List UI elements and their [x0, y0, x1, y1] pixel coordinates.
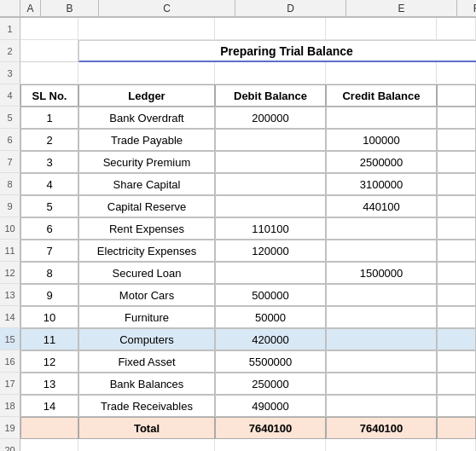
- row-num-13: 13: [0, 284, 20, 306]
- cell-credit-4: 3100000: [326, 173, 437, 195]
- col-header-e: E: [346, 0, 457, 17]
- row-num-10: 10: [0, 217, 20, 240]
- corner-cell: [0, 0, 20, 17]
- cell-f-12: [437, 350, 476, 373]
- cell-ledger-5: Capital Reserve: [78, 195, 215, 217]
- cell-ledger-6: Rent Expenses: [78, 217, 215, 240]
- col-header-d: D: [235, 0, 346, 17]
- r20-c: [78, 439, 215, 451]
- cell-credit-2: 100000: [326, 129, 437, 151]
- row-num-12: 12: [0, 262, 20, 284]
- data-row-2: 2 Trade Payable 100000: [20, 129, 476, 151]
- cell-credit-11: [326, 328, 437, 350]
- cell-sl-1: 1: [20, 107, 78, 129]
- row-2: Preparing Trial Balance: [20, 40, 476, 62]
- cell-ledger-11: Computers: [78, 328, 215, 350]
- data-row-12: 12 Fixed Asset 5500000: [20, 350, 476, 373]
- cell-f-13: [437, 373, 476, 395]
- cell-ledger-3: Security Premium: [78, 151, 215, 173]
- cell-ledger-4: Share Capital: [78, 173, 215, 195]
- total-label: Total: [78, 417, 215, 439]
- cell-credit-5: 440100: [326, 195, 437, 217]
- cell-ledger-13: Bank Balances: [78, 373, 215, 395]
- cell-ledger-2: Trade Payable: [78, 129, 215, 151]
- cell-ledger-9: Motor Cars: [78, 284, 215, 306]
- cell-f-14: [437, 395, 476, 417]
- row-num-11: 11: [0, 240, 20, 262]
- cell-ledger-8: Secured Loan: [78, 262, 215, 284]
- cell-f-10: [437, 306, 476, 328]
- cell-debit-14: 490000: [215, 395, 326, 417]
- row-num-16: 16: [0, 350, 20, 373]
- row-num-17: 17: [0, 373, 20, 395]
- cell-sl-6: 6: [20, 217, 78, 240]
- r20-d: [215, 439, 326, 451]
- total-f: [437, 417, 476, 439]
- cell-f-1: [437, 107, 476, 129]
- cell-credit-7: [326, 240, 437, 262]
- row-num-15: 15: [0, 328, 20, 350]
- header-f: [437, 84, 476, 107]
- cell-debit-8: [215, 262, 326, 284]
- cell-f-8: [437, 262, 476, 284]
- data-rows: 1 Bank Overdraft 200000 2 Trade Payable …: [20, 107, 476, 417]
- cell-f-3: [437, 151, 476, 173]
- cell-debit-10: 50000: [215, 306, 326, 328]
- cell-sl-7: 7: [20, 240, 78, 262]
- cell-sl-8: 8: [20, 262, 78, 284]
- cell-ledger-1: Bank Overdraft: [78, 107, 215, 129]
- cell-sl-2: 2: [20, 129, 78, 151]
- cell-credit-1: [326, 107, 437, 129]
- spreadsheet: A B C D E F 1 2 3 4 5 6 7 8 9 10 11 12 1…: [0, 0, 476, 451]
- total-debit: 7640100: [215, 417, 326, 439]
- header-credit: Credit Balance: [326, 84, 437, 107]
- cell-debit-11: 420000: [215, 328, 326, 350]
- data-row-7: 7 Electricity Expenses 120000: [20, 240, 476, 262]
- spreadsheet-body: 1 2 3 4 5 6 7 8 9 10 11 12 13 14 15 16 1…: [0, 18, 476, 451]
- col-header-b: B: [41, 0, 99, 17]
- cell-credit-12: [326, 350, 437, 373]
- row-num-4: 4: [0, 84, 20, 107]
- row-num-7: 7: [0, 151, 20, 173]
- cell-credit-14: [326, 395, 437, 417]
- cell-debit-2: [215, 129, 326, 151]
- r1-f: [437, 18, 476, 40]
- cell-f-11: [437, 328, 476, 350]
- r20-f: [437, 439, 476, 451]
- cell-f-2: [437, 129, 476, 151]
- cell-sl-13: 13: [20, 373, 78, 395]
- cell-debit-9: 500000: [215, 284, 326, 306]
- cell-debit-1: 200000: [215, 107, 326, 129]
- row-20: [20, 439, 476, 451]
- data-row-8: 8 Secured Loan 1500000: [20, 262, 476, 284]
- r3-c: [78, 62, 215, 84]
- cell-ledger-14: Trade Receivables: [78, 395, 215, 417]
- row-num-3: 3: [0, 62, 20, 84]
- cell-sl-9: 9: [20, 284, 78, 306]
- cell-f-6: [437, 217, 476, 240]
- r3-b: [20, 62, 78, 84]
- r1-d: [215, 18, 326, 40]
- data-row-9: 9 Motor Cars 500000: [20, 284, 476, 306]
- total-credit: 7640100: [326, 417, 437, 439]
- cell-credit-8: 1500000: [326, 262, 437, 284]
- cell-debit-6: 110100: [215, 217, 326, 240]
- cell-debit-5: [215, 195, 326, 217]
- cell-ledger-10: Furniture: [78, 306, 215, 328]
- row-num-9: 9: [0, 195, 20, 217]
- col-header-f: F: [457, 0, 476, 17]
- cell-debit-4: [215, 173, 326, 195]
- col-header-c: C: [99, 0, 235, 17]
- row-4-header: SL No. Ledger Debit Balance Credit Balan…: [20, 84, 476, 107]
- cell-debit-7: 120000: [215, 240, 326, 262]
- cell-debit-13: 250000: [215, 373, 326, 395]
- row-num-14: 14: [0, 306, 20, 328]
- r2-b: [20, 40, 78, 62]
- header-debit: Debit Balance: [215, 84, 326, 107]
- data-row-10: 10 Furniture 50000: [20, 306, 476, 328]
- cell-f-9: [437, 284, 476, 306]
- data-row-4: 4 Share Capital 3100000: [20, 173, 476, 195]
- data-row-6: 6 Rent Expenses 110100: [20, 217, 476, 240]
- col-header-a: A: [20, 0, 41, 17]
- cell-sl-14: 14: [20, 395, 78, 417]
